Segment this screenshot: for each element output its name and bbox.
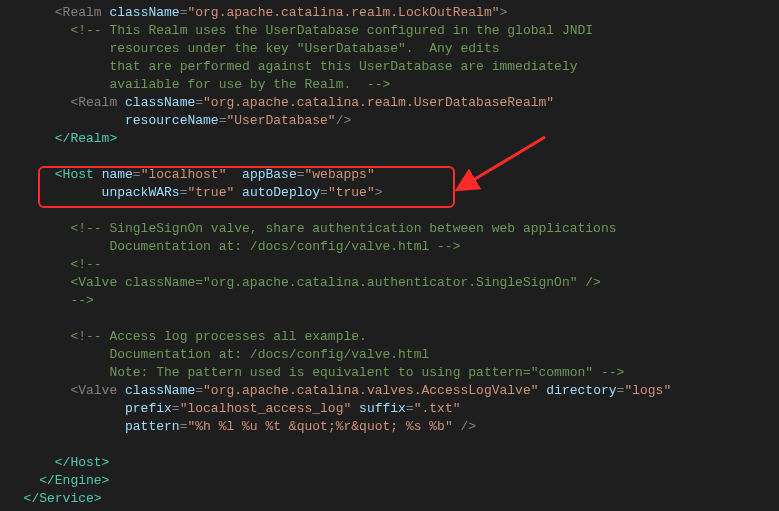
- attr-appBase: appBase: [242, 167, 297, 182]
- attr-prefix: prefix: [8, 401, 172, 416]
- host-open-tag: <Host: [8, 167, 102, 182]
- eq: =: [320, 185, 328, 200]
- comment-line: <!-- This Realm uses the UserDatabase co…: [8, 23, 593, 38]
- attr-val: "true": [187, 185, 234, 200]
- eq: =: [195, 383, 203, 398]
- comment-line: <!--: [8, 257, 102, 272]
- close: >: [375, 185, 383, 200]
- eq: =: [133, 167, 141, 182]
- attr-val: "org.apache.catalina.realm.LockOutRealm": [187, 5, 499, 20]
- attr-val: "org.apache.catalina.realm.UserDatabaseR…: [203, 95, 554, 110]
- attr-unpackWARs: unpackWARs: [8, 185, 180, 200]
- attr-className: className: [109, 5, 179, 20]
- comment-line: Documentation at: /docs/config/valve.htm…: [8, 239, 460, 254]
- attr-val: "webapps": [305, 167, 375, 182]
- realm-open-tag: <Realm: [8, 5, 109, 20]
- attr-className: className: [125, 95, 195, 110]
- service-close-tag: </Service>: [8, 491, 102, 506]
- attr-val: "UserDatabase": [226, 113, 335, 128]
- eq: =: [172, 401, 180, 416]
- attr-val: "true": [328, 185, 375, 200]
- valve-open-tag: <Valve: [8, 383, 125, 398]
- attr-val: "localhost": [141, 167, 227, 182]
- comment-line: <!-- Access log processes all example.: [8, 329, 367, 344]
- comment-line: that are performed against this UserData…: [8, 59, 578, 74]
- comment-line: Documentation at: /docs/config/valve.htm…: [8, 347, 429, 362]
- comment-line: resources under the key "UserDatabase". …: [8, 41, 499, 56]
- attr-val: "localhost_access_log": [180, 401, 352, 416]
- attr-val: "org.apache.catalina.valves.AccessLogVal…: [203, 383, 538, 398]
- attr-className: className: [125, 383, 195, 398]
- attr-val: "logs": [624, 383, 671, 398]
- space: [226, 167, 242, 182]
- comment-line: <!-- SingleSignOn valve, share authentic…: [8, 221, 617, 236]
- attr-directory: directory: [546, 383, 616, 398]
- eq: =: [406, 401, 414, 416]
- space: [234, 185, 242, 200]
- comment-line: Note: The pattern used is equivalent to …: [8, 365, 624, 380]
- attr-resourceName: resourceName: [8, 113, 219, 128]
- attr-suffix: suffix: [359, 401, 406, 416]
- realm-inner-open: <Realm: [8, 95, 125, 110]
- attr-autoDeploy: autoDeploy: [242, 185, 320, 200]
- eq: =: [297, 167, 305, 182]
- space: [351, 401, 359, 416]
- attr-name: name: [102, 167, 133, 182]
- attr-pattern: pattern: [8, 419, 180, 434]
- close: >: [500, 5, 508, 20]
- eq: =: [195, 95, 203, 110]
- selfclose: />: [336, 113, 352, 128]
- code-block: <Realm className="org.apache.catalina.re…: [8, 4, 771, 508]
- comment-line: available for use by the Realm. -->: [8, 77, 390, 92]
- engine-close-tag: </Engine>: [8, 473, 109, 488]
- attr-val: ".txt": [414, 401, 461, 416]
- comment-line: <Valve className="org.apache.catalina.au…: [8, 275, 601, 290]
- host-close-tag: </Host>: [8, 455, 109, 470]
- selfclose: />: [453, 419, 476, 434]
- attr-val: "%h %l %u %t &quot;%r&quot; %s %b": [187, 419, 452, 434]
- comment-line: -->: [8, 293, 94, 308]
- realm-close-tag: </Realm>: [8, 131, 117, 146]
